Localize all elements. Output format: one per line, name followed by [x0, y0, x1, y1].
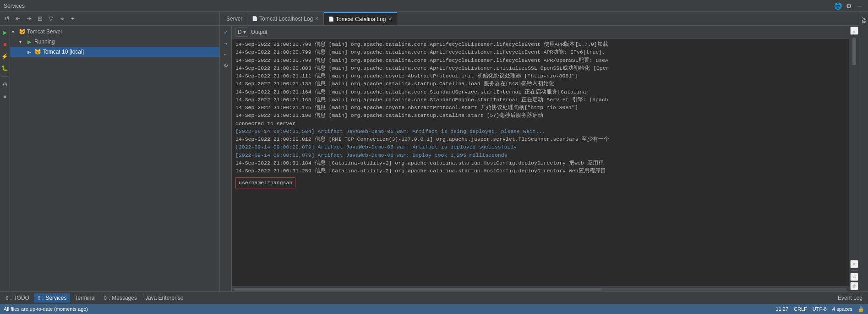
- todo-tab-label: TODO: [13, 295, 29, 301]
- tree-arrow-tomcat10: ▶: [27, 50, 34, 55]
- tomcat-icon: 🐱: [18, 28, 26, 35]
- lock-icon: 🔒: [858, 306, 864, 312]
- bottom-tab-services[interactable]: 8 : Services: [34, 293, 70, 303]
- filter-button[interactable]: ▽: [46, 14, 56, 24]
- tomcat-server-label: Tomcat Server: [27, 28, 62, 35]
- gear-icon[interactable]: ⚙: [844, 2, 853, 10]
- tab-close-2[interactable]: ✕: [388, 16, 392, 22]
- d-dropdown[interactable]: D ▾: [235, 28, 248, 37]
- sidebar: ↺ ⇤ ⇥ ⊞ ▽ ⌖ + ▶ ■ ⚡ 🐛 ⊘ ≡: [0, 12, 220, 291]
- tab-server[interactable]: Server: [222, 12, 247, 25]
- tab-catalina-log-label: Tomcat Catalina Log: [336, 16, 386, 22]
- minimize-icon[interactable]: −: [855, 2, 864, 10]
- stop-button[interactable]: ■: [0, 39, 10, 50]
- tree-item-tomcat-server[interactable]: ▾ 🐱 Tomcat Server: [10, 27, 219, 37]
- log-line: 14-Sep-2022 21:00:21.133 信息 [main] org.a…: [235, 80, 845, 88]
- align-center-button[interactable]: ⇥: [24, 14, 34, 24]
- sidebar-toolbar: ↺ ⇤ ⇥ ⊞ ▽ ⌖ +: [0, 12, 219, 26]
- pin-button[interactable]: ⌖: [57, 14, 67, 24]
- title-bar: Services 🌐 ⚙ −: [0, 0, 868, 12]
- settings-button[interactable]: ⊘: [0, 79, 10, 89]
- build-button[interactable]: ⚡: [0, 51, 10, 61]
- log-icon-2: 📄: [328, 17, 334, 22]
- log-line-artifact-waiting: [2022-09-14 09:00:21,584] Artifact JavaW…: [235, 127, 845, 135]
- tabs-bar: Server 📄 Tomcat Localhost Log ✕ 📄 Tomcat…: [220, 12, 859, 26]
- bottom-bar: 6 : TODO 8 : Services Terminal 0 : Messa…: [0, 291, 868, 304]
- log-line-connected: Connected to server: [235, 120, 845, 127]
- run-icon: ▶: [26, 38, 33, 45]
- output-header: D ▾ Output: [232, 26, 849, 39]
- scroll-up-button[interactable]: ▲: [850, 27, 858, 35]
- tree-item-running[interactable]: ▾ ▶ Running: [10, 37, 219, 47]
- more-button[interactable]: ≡: [0, 91, 10, 101]
- run-button[interactable]: ▶: [0, 28, 10, 38]
- restart-button[interactable]: ↺: [2, 14, 12, 24]
- status-bar: All files are up-to-date (moments ago) 1…: [0, 304, 868, 314]
- tab-catalina-log[interactable]: 📄 Tomcat Catalina Log ✕: [324, 12, 397, 25]
- tomcat10-icon: 🐱: [34, 48, 41, 55]
- java-enterprise-label: Java Enterprise: [145, 295, 183, 301]
- scroll-down-button[interactable]: ▼: [850, 260, 858, 268]
- far-right-panel: Alt: [859, 12, 868, 291]
- output-title: Output: [251, 29, 267, 35]
- services-tab-number: 8: [38, 295, 40, 301]
- bottom-tab-java-enterprise[interactable]: Java Enterprise: [142, 293, 187, 303]
- dropdown-arrow: ▾: [243, 29, 246, 35]
- log-line: 14-Sep-2022 21:00:21.165 信息 [main] org.a…: [235, 96, 845, 104]
- check-button[interactable]: ✓: [221, 28, 231, 38]
- tab-server-label: Server: [226, 16, 242, 22]
- main-area: ↺ ⇤ ⇥ ⊞ ▽ ⌖ + ▶ ■ ⚡ 🐛 ⊘ ≡: [0, 12, 868, 291]
- status-time[interactable]: 11:27: [776, 306, 789, 312]
- log-content[interactable]: 14-Sep-2022 21:00:20.799 信息 [main] org.a…: [232, 39, 849, 286]
- status-encoding[interactable]: UTF-8: [813, 306, 827, 312]
- messages-tab-label: Messages: [112, 295, 137, 301]
- d-label: D: [238, 29, 242, 35]
- tree-arrow-tomcat: ▾: [12, 29, 18, 34]
- forward-button[interactable]: →: [221, 39, 231, 49]
- status-indent[interactable]: 4 spaces: [832, 306, 852, 312]
- tree-item-tomcat10[interactable]: ▶ 🐱 Tomcat 10 [local]: [10, 47, 219, 57]
- services-tab-label: Services: [45, 295, 66, 301]
- clear-button[interactable]: 🗑: [850, 282, 858, 290]
- log-line: 14-Sep-2022 21:00:31.184 信息 [Catalina-ut…: [235, 159, 845, 167]
- debug-button[interactable]: 🐛: [0, 63, 10, 73]
- status-message: All files are up-to-date (moments ago): [4, 306, 772, 312]
- log-line-artifact-time: [2022-09-14 09:00:22,879] Artifact JavaW…: [235, 151, 845, 159]
- log-line-artifact-success: [2022-09-14 09:00:22,879] Artifact JavaW…: [235, 143, 845, 151]
- status-crlf[interactable]: CRLF: [794, 306, 807, 312]
- right-scrollbar-panel: ▲ ▼ 🖨 🗑: [849, 26, 859, 291]
- log-line: 14-Sep-2022 21:00:20.799 信息 [main] org.a…: [235, 48, 845, 56]
- log-line: 14-Sep-2022 21:00:21.111 信息 [main] org.a…: [235, 72, 845, 80]
- messages-tab-number: 0: [104, 295, 107, 301]
- bottom-tab-todo[interactable]: 6 : TODO: [2, 293, 33, 303]
- output-area: ✓ → ← ↻ D ▾ Output 14-Sep-2022 21:00:20.…: [220, 26, 859, 291]
- log-line: 14-Sep-2022 21:00:22.812 信息 [RMI TCP Con…: [235, 135, 845, 143]
- right-panel: Server 📄 Tomcat Localhost Log ✕ 📄 Tomcat…: [220, 12, 859, 291]
- output-left-toolbar: ✓ → ← ↻: [220, 26, 232, 291]
- print-button[interactable]: 🖨: [850, 273, 858, 281]
- add-button[interactable]: +: [68, 14, 78, 24]
- status-right: 11:27 CRLF UTF-8 4 spaces 🔒: [776, 306, 864, 312]
- log-line: 14-Sep-2022 21:00:31.259 信息 [Catalina-ut…: [235, 167, 845, 175]
- event-log-tab[interactable]: Event Log: [834, 293, 866, 303]
- event-log-label: Event Log: [838, 295, 863, 301]
- username-box: username:zhangsan: [235, 177, 295, 188]
- grid-button[interactable]: ⊞: [35, 14, 45, 24]
- todo-tab-number: 6: [5, 295, 8, 301]
- alt-vertical-tab[interactable]: Alt: [860, 14, 868, 27]
- tomcat10-label: Tomcat 10 [local]: [43, 49, 84, 55]
- title-label: Services: [4, 3, 25, 9]
- bottom-tab-terminal[interactable]: Terminal: [71, 293, 99, 303]
- refresh-button[interactable]: ↻: [221, 61, 231, 71]
- tab-localhost-log[interactable]: 📄 Tomcat Localhost Log ✕: [247, 12, 324, 25]
- terminal-tab-label: Terminal: [75, 295, 95, 301]
- sidebar-tree: ▾ 🐱 Tomcat Server ▾ ▶ Running ▶ 🐱 To: [10, 26, 219, 291]
- tab-close-1[interactable]: ✕: [315, 16, 319, 22]
- bottom-tab-messages[interactable]: 0 : Messages: [100, 293, 141, 303]
- tree-arrow-running: ▾: [19, 39, 26, 44]
- back-button[interactable]: ←: [221, 50, 231, 60]
- log-line: 14-Sep-2022 21:00:21.190 信息 [main] org.a…: [235, 111, 845, 119]
- log-line: 14-Sep-2022 21:00:20.799 信息 [main] org.a…: [235, 40, 845, 48]
- align-left-button[interactable]: ⇤: [13, 14, 23, 24]
- globe-icon[interactable]: 🌐: [833, 2, 842, 10]
